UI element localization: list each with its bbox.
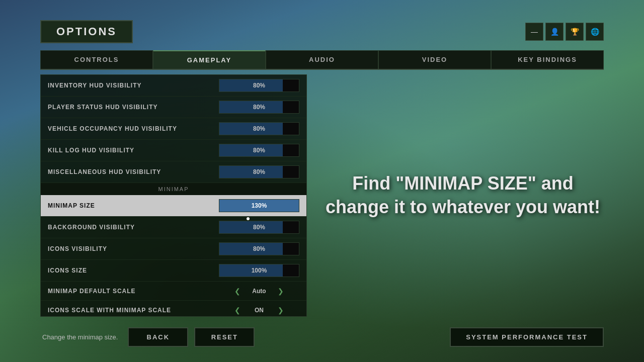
tab-keybindings[interactable]: KEY BINDINGS	[491, 50, 604, 69]
list-item[interactable]: BACKGROUND VISIBILITY 80%	[41, 217, 306, 238]
system-performance-test-button[interactable]: SYSTEM PERFORMANCE TEST	[450, 327, 604, 347]
list-item[interactable]: ICONS SCALE WITH MINIMAP SCALE ❮ ON ❯	[41, 301, 306, 317]
bottom-buttons: BACK RESET	[128, 327, 255, 347]
page-title: OPTIONS	[40, 20, 133, 43]
settings-list: INVENTORY HUD VISIBILITY 80% PLAYER STAT…	[41, 75, 306, 317]
instruction-panel: Find "MINIMAP SIZE" and change it to wha…	[322, 74, 604, 317]
list-item[interactable]: ICONS VISIBILITY 80%	[41, 238, 306, 260]
list-item[interactable]: VEHICLE OCCUPANCY HUD VISIBILITY 80%	[41, 118, 306, 140]
profile-icon[interactable]: 👤	[545, 23, 564, 41]
right-arrow-icon[interactable]: ❯	[276, 306, 286, 314]
value-display: 80%	[219, 122, 299, 135]
bottom-bar: Change the minimap size. BACK RESET SYST…	[40, 327, 604, 347]
list-item[interactable]: KILL LOG HUD VISIBILITY 80%	[41, 140, 306, 161]
list-item[interactable]: MINIMAP DEFAULT SCALE ❮ Auto ❯	[41, 282, 306, 301]
instruction-text: Find "MINIMAP SIZE" and change it to wha…	[322, 172, 604, 219]
value-display: 80%	[219, 165, 299, 178]
list-item[interactable]: ICONS SIZE 100%	[41, 260, 306, 282]
hint-text: Change the minimap size.	[42, 333, 118, 341]
reset-button[interactable]: RESET	[194, 327, 255, 347]
value-display: 80%	[219, 242, 299, 255]
value-display: 80%	[219, 221, 299, 234]
cursor	[247, 217, 250, 220]
minimize-icon[interactable]: —	[525, 23, 543, 41]
tab-nav: CONTROLS GAMEPLAY AUDIO VIDEO KEY BINDIN…	[40, 50, 604, 70]
left-arrow-icon[interactable]: ❮	[232, 287, 243, 295]
list-item[interactable]: MISCELLANEOUS HUD VISIBILITY 80%	[41, 161, 306, 183]
list-item[interactable]: MINIMAP SIZE 130%	[41, 195, 306, 217]
right-arrow-icon[interactable]: ❯	[276, 287, 286, 295]
list-item[interactable]: PLAYER STATUS HUD VISIBILITY 80%	[41, 97, 306, 118]
tab-video[interactable]: VIDEO	[378, 50, 491, 69]
minimap-section-header: MINIMAP	[41, 183, 306, 195]
trophy-icon[interactable]: 🏆	[566, 23, 584, 41]
list-item[interactable]: INVENTORY HUD VISIBILITY 80%	[41, 75, 306, 97]
value-display: 100%	[219, 264, 299, 277]
globe-icon[interactable]: 🌐	[586, 23, 604, 41]
tab-gameplay[interactable]: GAMEPLAY	[153, 50, 266, 69]
back-button[interactable]: BACK	[128, 327, 188, 347]
tab-controls[interactable]: CONTROLS	[40, 50, 153, 69]
value-display: 80%	[219, 101, 299, 114]
value-display: 130%	[219, 199, 299, 212]
tab-audio[interactable]: AUDIO	[266, 50, 378, 69]
settings-panel: INVENTORY HUD VISIBILITY 80% PLAYER STAT…	[40, 74, 307, 317]
title-bar: OPTIONS — 👤 🏆 🌐	[40, 20, 604, 43]
title-icons: — 👤 🏆 🌐	[525, 23, 604, 41]
value-display: 80%	[219, 144, 299, 157]
value-display: 80%	[219, 79, 299, 92]
left-arrow-icon[interactable]: ❮	[232, 306, 243, 314]
